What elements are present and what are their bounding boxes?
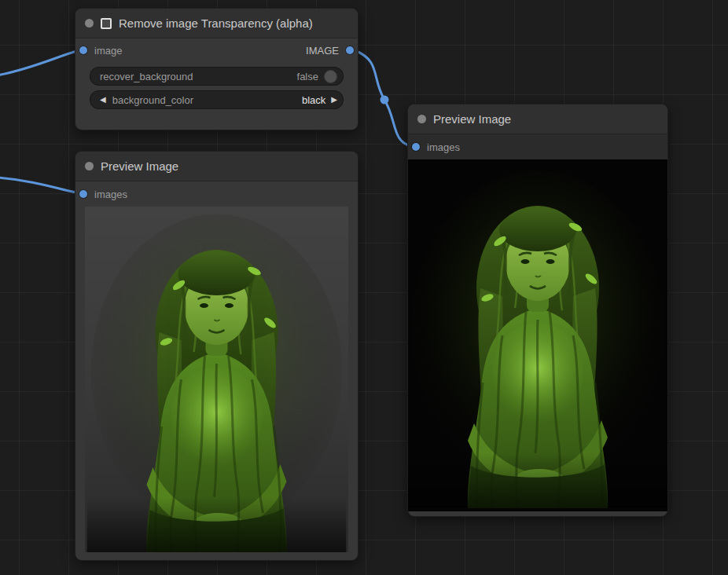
widget-recover-background[interactable]: recover_background false <box>90 67 344 86</box>
link-to-left-preview-images <box>0 178 79 193</box>
node-status-dot <box>85 162 94 170</box>
checkbox-square-icon <box>101 18 112 29</box>
combo-left-arrow-icon[interactable]: ◀ <box>100 96 106 104</box>
link-image-output-to-right-preview <box>355 50 411 146</box>
images-row: images <box>408 134 667 159</box>
input-port-images[interactable] <box>412 143 420 151</box>
input-port-image[interactable] <box>79 46 87 54</box>
combo-right-arrow-icon[interactable]: ▶ <box>331 96 337 104</box>
widget-label: background_color <box>112 94 302 106</box>
input-label-image: image <box>94 45 122 57</box>
input-label-images: images <box>94 189 127 200</box>
node-title: Remove image Transparency (alpha) <box>119 16 313 30</box>
images-row: images <box>75 181 358 207</box>
input-port-images[interactable] <box>79 190 87 198</box>
node-status-dot <box>417 115 426 123</box>
widget-label: recover_background <box>100 71 297 82</box>
preview-image-area <box>85 207 348 552</box>
ports-row: image IMAGE <box>75 38 358 62</box>
node-title-bar[interactable]: Preview Image <box>75 152 358 181</box>
node-preview-image-left[interactable]: Preview Image images <box>75 151 358 561</box>
preview-image-area <box>408 159 667 511</box>
widget-background-color[interactable]: ◀ background_color black ▶ <box>90 90 344 109</box>
widget-value: black <box>302 94 325 106</box>
node-title-bar[interactable]: Remove image Transparency (alpha) <box>75 9 358 38</box>
node-title-bar[interactable]: Preview Image <box>408 104 667 134</box>
input-label-images: images <box>427 141 460 153</box>
preview-image-figure <box>408 159 667 511</box>
output-label-image: IMAGE <box>306 45 339 57</box>
preview-image-figure <box>85 207 348 552</box>
toggle-knob[interactable] <box>324 70 337 83</box>
widget-value: false <box>297 71 318 82</box>
node-remove-transparency[interactable]: Remove image Transparency (alpha) image … <box>75 8 358 130</box>
link-midpoint-dot[interactable] <box>381 96 389 104</box>
link-to-image-input <box>0 50 79 75</box>
node-status-dot <box>85 19 94 27</box>
node-title: Preview Image <box>101 159 178 173</box>
node-title: Preview Image <box>433 112 511 126</box>
node-preview-image-right[interactable]: Preview Image images <box>407 104 668 517</box>
node-graph-canvas[interactable]: Remove image Transparency (alpha) image … <box>0 0 728 575</box>
output-port-image[interactable] <box>346 46 354 54</box>
